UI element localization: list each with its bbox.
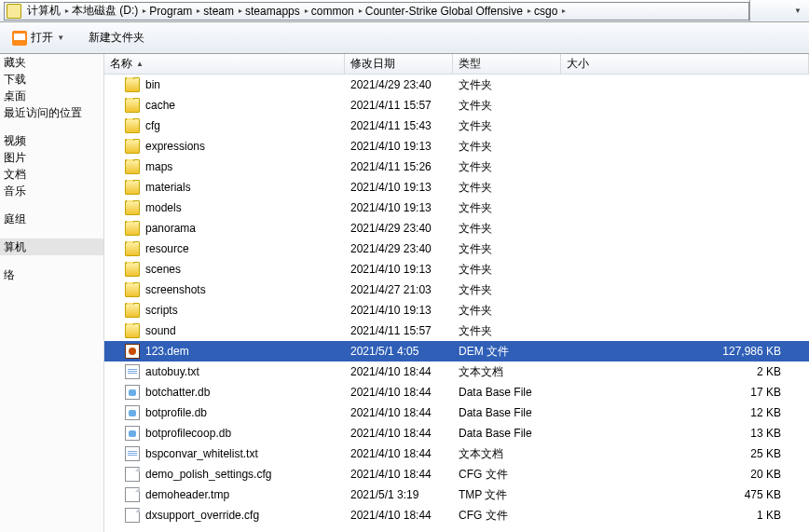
- sidebar-item[interactable]: 藏夹: [0, 54, 103, 71]
- breadcrumb-item[interactable]: 计算机: [25, 3, 62, 20]
- sidebar-item-label: 文档: [4, 167, 26, 183]
- sidebar-item[interactable]: 桌面: [0, 88, 103, 104]
- column-header-date[interactable]: 修改日期: [345, 54, 453, 74]
- chevron-right-icon[interactable]: ▾: [236, 7, 244, 15]
- column-header-name[interactable]: 名称 ▲: [104, 54, 345, 74]
- file-row[interactable]: dxsupport_override.cfg2021/4/10 18:44CFG…: [104, 505, 809, 525]
- chevron-right-icon[interactable]: ▾: [194, 7, 202, 15]
- file-date: 2021/4/11 15:57: [345, 99, 453, 112]
- file-list[interactable]: bin2021/4/29 23:40文件夹cache2021/4/11 15:5…: [104, 75, 809, 532]
- sidebar-item-label: 下载: [4, 72, 26, 88]
- file-row[interactable]: cache2021/4/11 15:57文件夹: [104, 95, 809, 116]
- file-row[interactable]: resource2021/4/29 23:40文件夹: [104, 239, 809, 259]
- chevron-right-icon[interactable]: ▾: [62, 7, 71, 15]
- column-header-row: 名称 ▲ 修改日期 类型 大小: [104, 54, 809, 75]
- file-type: 文件夹: [453, 303, 561, 319]
- breadcrumb-item[interactable]: common: [309, 3, 356, 20]
- sidebar-item[interactable]: 最近访问的位置: [0, 104, 103, 121]
- sidebar-item[interactable]: 文档: [0, 166, 103, 183]
- txt-icon: [125, 364, 140, 379]
- sidebar-item[interactable]: 下载: [0, 71, 103, 88]
- file-row[interactable]: botchatter.db2021/4/10 18:44Data Base Fi…: [104, 382, 809, 402]
- new-folder-label: 新建文件夹: [89, 30, 144, 46]
- file-row[interactable]: botprofile.db2021/4/10 18:44Data Base Fi…: [104, 402, 809, 423]
- sidebar-item[interactable]: 视频: [0, 132, 103, 149]
- file-date: 2021/4/10 19:13: [345, 140, 453, 153]
- folder-icon: [125, 118, 140, 133]
- file-date: 2021/4/10 19:13: [345, 201, 453, 214]
- file-row[interactable]: demo_polish_settings.cfg2021/4/10 18:44C…: [104, 464, 809, 484]
- sidebar-item[interactable]: 络: [0, 266, 103, 283]
- dropdown-icon[interactable]: ▼: [794, 7, 802, 15]
- file-date: 2021/4/10 18:44: [345, 406, 453, 419]
- sidebar-item[interactable]: 音乐: [0, 183, 103, 199]
- sidebar: 藏夹下载桌面最近访问的位置 视频图片文档音乐 庭组 算机 络: [0, 54, 104, 532]
- file-type: 文件夹: [453, 241, 561, 257]
- file-row[interactable]: demoheader.tmp2021/5/1 3:19TMP 文件475 KB: [104, 484, 809, 505]
- file-type: CFG 文件: [453, 467, 561, 483]
- folder-icon: [125, 159, 140, 174]
- file-date: 2021/4/10 18:44: [345, 468, 453, 481]
- chevron-right-icon[interactable]: ▾: [140, 7, 148, 15]
- file-row[interactable]: maps2021/4/11 15:26文件夹: [104, 157, 809, 177]
- file-name: maps: [145, 160, 172, 173]
- file-row[interactable]: sound2021/4/11 15:57文件夹: [104, 321, 809, 341]
- file-type: 文件夹: [453, 262, 561, 278]
- column-header-size[interactable]: 大小: [561, 54, 809, 74]
- breadcrumb-item[interactable]: Counter-Strike Global Offensive: [363, 3, 525, 20]
- file-row[interactable]: botprofilecoop.db2021/4/10 18:44Data Bas…: [104, 423, 809, 443]
- file-row[interactable]: panorama2021/4/29 23:40文件夹: [104, 218, 809, 239]
- file-name: 123.dem: [145, 345, 189, 358]
- sidebar-item-label: 音乐: [4, 184, 26, 199]
- file-row[interactable]: cfg2021/4/11 15:43文件夹: [104, 116, 809, 136]
- file-row[interactable]: materials2021/4/10 19:13文件夹: [104, 177, 809, 198]
- address-box[interactable]: 计算机▾本地磁盘 (D:)▾Program▾steam▾steamapps▾co…: [4, 2, 749, 20]
- file-date: 2021/4/10 19:13: [345, 304, 453, 317]
- file-row[interactable]: screenshots2021/4/27 21:03文件夹: [104, 280, 809, 300]
- breadcrumb-item[interactable]: steamapps: [243, 3, 302, 20]
- sidebar-item[interactable]: 庭组: [0, 211, 103, 227]
- new-folder-button[interactable]: 新建文件夹: [82, 27, 151, 49]
- chevron-right-icon[interactable]: ▾: [559, 7, 568, 15]
- file-row[interactable]: bspconvar_whitelist.txt2021/4/10 18:44文本…: [104, 443, 809, 464]
- db-icon: [125, 385, 140, 400]
- file-type: 文件夹: [453, 200, 561, 216]
- sidebar-item[interactable]: 算机: [0, 239, 103, 255]
- file-date: 2021/5/1 4:05: [345, 345, 453, 358]
- file-date: 2021/4/10 19:13: [345, 181, 453, 194]
- file-row[interactable]: autobuy.txt2021/4/10 18:44文本文档2 KB: [104, 361, 809, 382]
- chevron-right-icon[interactable]: ▾: [355, 7, 363, 15]
- open-label: 打开: [31, 30, 53, 46]
- file-name: expressions: [145, 140, 205, 153]
- breadcrumb-item[interactable]: csgo: [532, 3, 559, 20]
- file-name: botprofile.db: [145, 406, 207, 419]
- file-date: 2021/4/10 18:44: [345, 509, 453, 522]
- file-type: 文件夹: [453, 98, 561, 114]
- dem-icon: [125, 344, 140, 359]
- open-button[interactable]: 打开 ▼: [6, 27, 73, 49]
- file-type: Data Base File: [453, 406, 561, 419]
- breadcrumb-item[interactable]: Program: [147, 3, 194, 20]
- file-row[interactable]: 123.dem2021/5/1 4:05DEM 文件127,986 KB: [104, 341, 809, 361]
- folder-icon: [125, 221, 140, 236]
- file-row[interactable]: bin2021/4/29 23:40文件夹: [104, 75, 809, 95]
- chevron-right-icon[interactable]: ▾: [301, 7, 309, 15]
- file-name: cfg: [145, 119, 160, 132]
- breadcrumb-item[interactable]: steam: [201, 3, 236, 20]
- sidebar-item[interactable]: 图片: [0, 149, 103, 166]
- chevron-right-icon[interactable]: ▾: [524, 7, 532, 15]
- txt-icon: [125, 446, 140, 461]
- file-size: 13 KB: [561, 427, 800, 440]
- file-name: materials: [145, 181, 191, 194]
- file-row[interactable]: expressions2021/4/10 19:13文件夹: [104, 136, 809, 157]
- file-type: 文件夹: [453, 180, 561, 196]
- folder-icon: [125, 98, 140, 113]
- file-row[interactable]: scenes2021/4/10 19:13文件夹: [104, 259, 809, 280]
- folder-icon: [125, 262, 140, 277]
- file-row[interactable]: scripts2021/4/10 19:13文件夹: [104, 300, 809, 321]
- sidebar-item-label: 算机: [4, 239, 26, 255]
- breadcrumb-item[interactable]: 本地磁盘 (D:): [70, 3, 140, 20]
- column-header-type[interactable]: 类型: [453, 54, 561, 74]
- file-row[interactable]: models2021/4/10 19:13文件夹: [104, 198, 809, 218]
- file-date: 2021/4/29 23:40: [345, 78, 453, 91]
